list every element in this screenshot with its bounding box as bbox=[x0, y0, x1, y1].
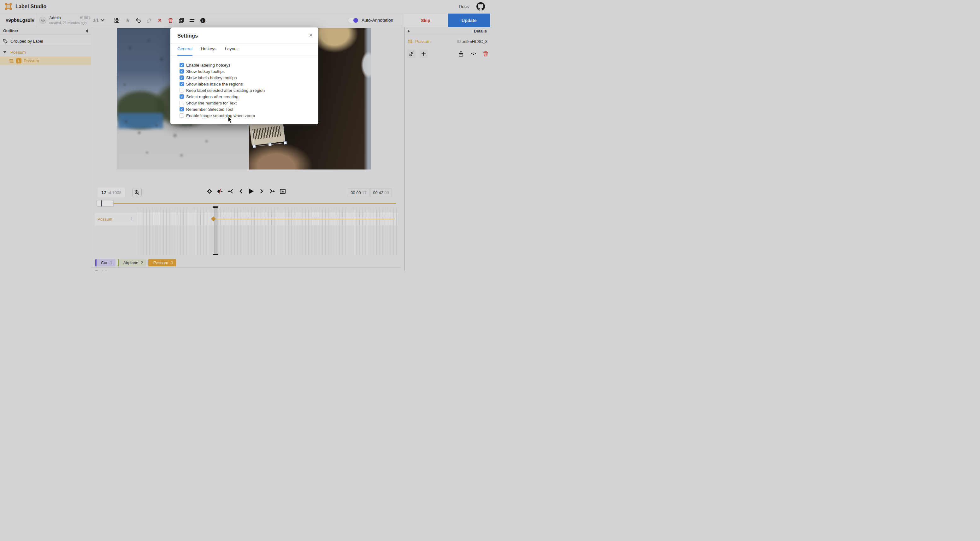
checkbox[interactable] bbox=[180, 113, 184, 118]
delete-region-button[interactable] bbox=[481, 49, 490, 58]
playhead-tick-top[interactable] bbox=[213, 207, 218, 208]
delete-trash-icon[interactable] bbox=[168, 18, 173, 23]
checkbox[interactable] bbox=[180, 69, 184, 73]
frame-counter[interactable]: 17 of 1008 bbox=[98, 188, 125, 197]
play-icon[interactable] bbox=[249, 188, 254, 194]
details-title: Details bbox=[474, 29, 487, 33]
label-hotkey: 3 bbox=[171, 261, 173, 265]
playback-controls bbox=[207, 188, 286, 194]
collapse-panel-icon[interactable] bbox=[408, 30, 410, 33]
label-chip-possum[interactable]: Possum 3 bbox=[148, 259, 176, 266]
checkbox[interactable] bbox=[180, 75, 184, 80]
lock-region-button[interactable] bbox=[457, 49, 465, 58]
region-id: IDxs9mHLSC_8 bbox=[457, 39, 487, 44]
settings-tabs: General Hotkeys Layout bbox=[177, 46, 238, 54]
close-icon[interactable]: ✕ bbox=[309, 32, 313, 38]
grouping-selector[interactable]: Grouped by Label bbox=[0, 37, 91, 45]
update-button[interactable]: Update bbox=[448, 14, 490, 27]
option-show-line-numbers[interactable]: Show line numbers for Text bbox=[180, 100, 265, 106]
track-keyframe-count: 1 bbox=[130, 217, 133, 221]
tab-hotkeys[interactable]: Hotkeys bbox=[201, 46, 216, 54]
star-icon[interactable]: ★ bbox=[125, 18, 130, 23]
relations-icon[interactable] bbox=[189, 18, 195, 23]
option-keep-label-selected[interactable]: Keep label selected after creating a reg… bbox=[180, 87, 265, 94]
option-show-labels-inside-regions[interactable]: Show labels inside the regions bbox=[180, 81, 265, 87]
hide-region-button[interactable] bbox=[469, 49, 478, 58]
label-chip-airplane[interactable]: Airplane 2 bbox=[118, 259, 146, 266]
option-enable-labeling-hotkeys[interactable]: Enable labeling hotkeys bbox=[180, 62, 265, 68]
tab-general[interactable]: General bbox=[177, 46, 192, 54]
annotation-meta: Admin #1001 created, 21 minutes ago bbox=[49, 16, 90, 25]
redo-icon[interactable] bbox=[146, 18, 152, 23]
tag-icon bbox=[3, 39, 8, 43]
reject-cross-icon[interactable]: ✕ bbox=[157, 18, 162, 23]
app-title: Label Studio bbox=[16, 4, 46, 10]
bbox-handle-bottom-right[interactable] bbox=[284, 142, 287, 145]
task-number-label: Task # bbox=[95, 269, 107, 270]
undo-icon[interactable] bbox=[136, 18, 141, 23]
app-header: Label Studio Docs bbox=[0, 0, 490, 13]
bbox-handle-bottom-center[interactable] bbox=[268, 143, 271, 146]
outliner-panel: Outliner Grouped by Label Possum bbox=[0, 27, 91, 270]
add-keyframe-icon[interactable] bbox=[207, 188, 212, 194]
option-enable-image-smoothing[interactable]: Enable image smoothing when zoom bbox=[180, 112, 265, 119]
divider bbox=[170, 56, 318, 56]
timeline-zoom-button[interactable] bbox=[132, 188, 142, 197]
seek-bar[interactable] bbox=[97, 203, 396, 204]
playhead-tick-bottom[interactable] bbox=[213, 254, 218, 255]
label-hotkey: 1 bbox=[110, 261, 112, 265]
region-row-selected[interactable]: 1 Possum bbox=[0, 57, 91, 65]
option-select-regions-after-creating[interactable]: Select regions after creating bbox=[180, 94, 265, 100]
checkbox[interactable] bbox=[180, 107, 184, 111]
region-shape-icon bbox=[9, 58, 14, 64]
annotation-pager[interactable]: 1/1 bbox=[93, 18, 105, 22]
next-keyframe-icon[interactable] bbox=[269, 188, 275, 194]
collapse-panel-icon[interactable] bbox=[86, 29, 88, 32]
checkbox[interactable] bbox=[180, 88, 184, 92]
docs-link[interactable]: Docs bbox=[459, 4, 469, 9]
auto-annotation-label: Auto-Annotation bbox=[361, 18, 393, 23]
region-group-row[interactable]: Possum bbox=[0, 48, 91, 57]
label-hotkey: 2 bbox=[141, 261, 143, 265]
prev-frame-icon[interactable] bbox=[238, 188, 243, 194]
option-show-hotkey-tooltips[interactable]: Show hotkey tooltips bbox=[180, 68, 265, 75]
tab-layout[interactable]: Layout bbox=[225, 46, 238, 54]
caret-down-icon[interactable] bbox=[3, 51, 6, 53]
region-label: Possum bbox=[24, 58, 39, 63]
option-show-labels-hotkey-tooltips[interactable]: Show labels hotkey tooltips bbox=[180, 75, 265, 81]
checkbox[interactable] bbox=[180, 82, 184, 86]
total-time: 00:42:00 bbox=[370, 188, 392, 197]
interpolation-box-icon[interactable] bbox=[280, 188, 286, 194]
user-avatar: AD bbox=[39, 17, 46, 24]
selected-region-row[interactable]: Possum IDxs9mHLSC_8 bbox=[404, 39, 490, 44]
annotation-tools: ★ ✕ bbox=[114, 14, 205, 27]
checkbox[interactable] bbox=[180, 63, 184, 67]
skip-button[interactable]: Skip bbox=[403, 14, 448, 27]
info-icon[interactable]: i bbox=[200, 18, 205, 23]
grouping-label: Grouped by Label bbox=[10, 39, 43, 43]
task-id: #9pb8Lgs2iv bbox=[6, 18, 34, 23]
label-chip-car[interactable]: Car 1 bbox=[95, 259, 116, 266]
duplicate-icon[interactable] bbox=[178, 18, 184, 23]
link-region-button[interactable] bbox=[407, 49, 415, 58]
time-indicators: 00:00:17 00:42:00 bbox=[348, 188, 392, 197]
playhead-column[interactable] bbox=[214, 208, 217, 255]
checkbox[interactable] bbox=[180, 94, 184, 99]
prev-keyframe-icon[interactable] bbox=[228, 188, 233, 194]
timeline-track-header[interactable]: Possum 1 bbox=[95, 215, 136, 223]
auto-annotation-toggle[interactable] bbox=[348, 18, 359, 23]
add-region-button[interactable] bbox=[419, 49, 428, 58]
github-icon[interactable] bbox=[476, 2, 485, 11]
checkbox[interactable] bbox=[180, 101, 184, 105]
frames-grid[interactable] bbox=[138, 208, 398, 255]
keyframe-span-line bbox=[215, 219, 395, 220]
active-tab-underline bbox=[177, 55, 192, 56]
next-frame-icon[interactable] bbox=[259, 188, 265, 194]
annotation-toolbar: #9pb8Lgs2iv AD Admin #1001 created, 21 m… bbox=[0, 14, 490, 27]
remove-keyframe-icon[interactable] bbox=[217, 188, 223, 194]
seek-window-handle[interactable] bbox=[97, 200, 114, 207]
grid-view-icon[interactable] bbox=[114, 18, 119, 23]
option-remember-selected-tool[interactable]: Remember Selected Tool bbox=[180, 106, 265, 112]
current-frame: 17 bbox=[101, 190, 106, 195]
bbox-handle-bottom-left[interactable] bbox=[253, 145, 256, 148]
